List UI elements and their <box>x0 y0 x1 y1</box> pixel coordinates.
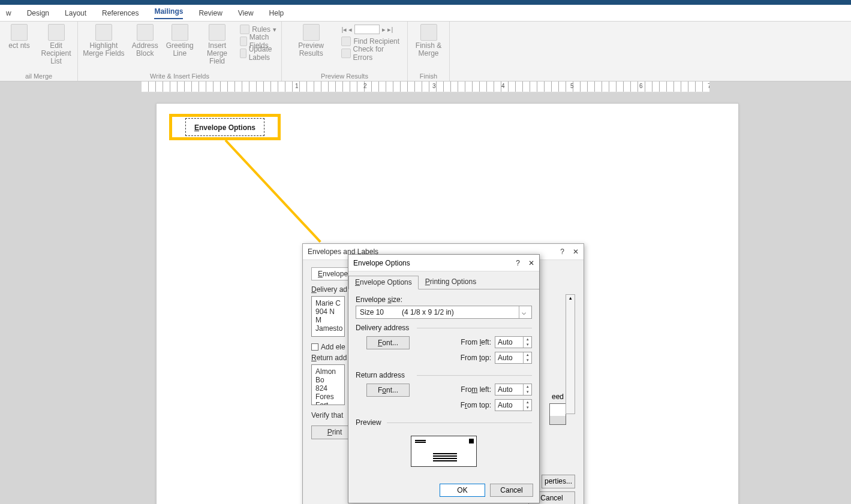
merge-field-icon <box>209 24 225 41</box>
chevron-down-icon: ⌵ <box>519 306 528 318</box>
feed-icon[interactable] <box>549 403 566 425</box>
address-block-button[interactable]: Address Block <box>131 24 160 58</box>
envelope-options-dialog: Envelope Options ? ✕ Envelope Options Pr… <box>348 254 540 503</box>
delivery-from-top-spinner[interactable]: Auto▴▾ <box>495 352 532 364</box>
highlight-merge-fields-button[interactable]: Highlight Merge Fields <box>83 24 125 58</box>
ok-button[interactable]: OK <box>440 484 485 497</box>
group-label-start-merge: ail Merge <box>25 73 52 80</box>
preview-results-button[interactable]: Preview Results <box>287 24 335 58</box>
update-labels-button[interactable]: Update Labels <box>240 48 276 59</box>
delivery-from-top-label: From top: <box>461 354 491 362</box>
tab-references[interactable]: References <box>102 9 139 17</box>
rules-icon <box>240 25 249 34</box>
delivery-from-left-spinner[interactable]: Auto▴▾ <box>495 336 532 348</box>
select-recipients-button[interactable]: ect nts <box>5 24 34 50</box>
properties-button[interactable]: perties... <box>542 475 575 488</box>
printing-options-tab[interactable]: Printing Options <box>419 275 483 289</box>
document-area: Envelope Options Envelopes and Labels ? … <box>0 92 851 504</box>
envelope-size-select[interactable]: Size 10(4 1/8 x 9 1/2 in) ⌵ <box>356 306 532 319</box>
ruler: 1 2 3 4 5 6 7 <box>142 82 709 92</box>
list-icon <box>48 24 65 41</box>
address-icon <box>137 24 154 41</box>
envelope-options-tab[interactable]: Envelope Options <box>348 276 419 289</box>
tab-mailings[interactable]: Mailings <box>154 7 183 19</box>
group-label-finish: Finish <box>420 73 437 80</box>
check-icon <box>341 49 350 58</box>
delivery-lines-icon <box>433 453 457 454</box>
greeting-icon <box>172 24 188 41</box>
page-icon <box>11 24 28 41</box>
envelope-size-label: Envelope size: <box>356 295 532 304</box>
tab-view[interactable]: View <box>238 9 254 17</box>
return-font-button[interactable]: Font... <box>366 384 410 397</box>
finish-icon <box>420 24 437 41</box>
dlg2-cancel-button[interactable]: Cancel <box>490 484 533 497</box>
delivery-font-button[interactable]: Font... <box>366 336 410 349</box>
tab-review[interactable]: Review <box>199 9 222 17</box>
close-icon[interactable]: ✕ <box>573 248 579 256</box>
ribbon-tabs: w Design Layout References Mailings Revi… <box>0 5 851 22</box>
insert-merge-field-button[interactable]: Insert Merge Field <box>200 24 234 66</box>
edit-recipient-list-button[interactable]: Edit Recipient List <box>40 24 73 66</box>
tab-design[interactable]: Design <box>27 9 49 17</box>
return-lines-icon <box>415 440 426 441</box>
tab-help[interactable]: Help <box>269 9 284 17</box>
find-icon <box>341 37 351 46</box>
return-address-textbox[interactable]: Almon Bo 824 Fores Fort Wort <box>311 364 345 405</box>
delivery-address-textbox[interactable]: Marie C 904 N M Jamesto <box>311 296 345 337</box>
scrollbar[interactable]: ▴ <box>566 294 575 414</box>
finish-merge-button[interactable]: Finish & Merge <box>413 24 444 58</box>
stamp-icon <box>469 439 474 443</box>
tab-partial[interactable]: w <box>6 9 11 17</box>
return-from-top-label: From top: <box>461 401 491 409</box>
delivery-from-left-label: From left: <box>461 338 491 346</box>
ribbon: ect nts Edit Recipient List ail Merge Hi… <box>0 22 851 82</box>
help-icon[interactable]: ? <box>560 248 564 256</box>
return-from-top-spinner[interactable]: Auto▴▾ <box>495 399 532 411</box>
record-nav[interactable]: |◂ ◂ ▸ ▸| <box>341 24 402 35</box>
group-label-preview: Preview Results <box>321 73 368 80</box>
callout-highlight: Envelope Options <box>169 114 281 140</box>
dlg2-close-icon[interactable]: ✕ <box>528 259 534 267</box>
return-from-left-spinner[interactable]: Auto▴▾ <box>495 384 532 396</box>
callout-text: nvelope Options <box>199 123 255 132</box>
update-icon <box>240 49 246 58</box>
check-errors-button[interactable]: Check for Errors <box>341 48 402 59</box>
greeting-line-button[interactable]: Greeting Line <box>166 24 194 58</box>
match-icon <box>240 37 246 46</box>
dlg2-title-text: Envelope Options <box>353 259 410 267</box>
dlg2-help-icon[interactable]: ? <box>516 259 520 267</box>
envelope-preview <box>411 436 477 467</box>
preview-icon <box>303 24 320 41</box>
title-bar <box>0 0 851 5</box>
tab-layout[interactable]: Layout <box>65 9 86 17</box>
group-label-write-insert: Write & Insert Fields <box>150 73 209 80</box>
return-from-left-label: From left: <box>461 385 491 394</box>
highlight-icon <box>95 24 112 41</box>
